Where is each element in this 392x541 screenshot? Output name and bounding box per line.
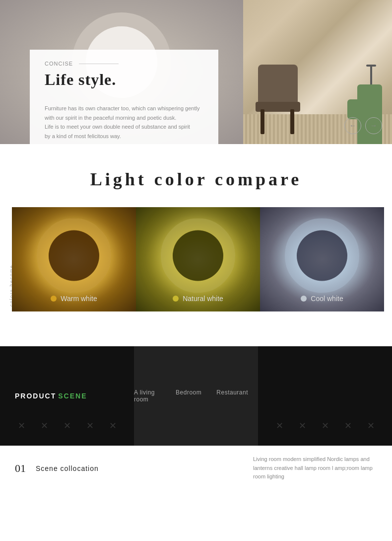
ps-left-panel: PRODUCT SCENE ✕ ✕ ✕ ✕ ✕: [0, 346, 134, 446]
compare-section: Light color compare colors become light …: [0, 144, 392, 331]
prev-arrow-icon: ←: [349, 122, 356, 130]
cactus-decoration: [357, 84, 382, 144]
x-mark-4: ✕: [86, 420, 94, 431]
natural-white-card: Natural white: [136, 207, 260, 311]
next-arrow[interactable]: →: [365, 117, 382, 134]
scene-description: Living room modern simplified Nordic lam…: [253, 455, 377, 481]
scene-nav-bedroom[interactable]: Bedroom: [176, 389, 201, 403]
x-mark-r4: ✕: [344, 420, 352, 431]
x-mark-1: ✕: [18, 420, 25, 431]
spacer: [0, 331, 392, 346]
natural-white-text: Natural white: [183, 295, 223, 303]
x-mark-5: ✕: [109, 420, 117, 431]
concise-text: CONCISE: [45, 61, 73, 67]
natural-dot: [173, 296, 179, 302]
x-mark-r3: ✕: [322, 420, 329, 431]
cool-dot: [301, 296, 307, 302]
ps-right-panel: ✕ ✕ ✕ ✕ ✕: [258, 346, 392, 446]
desc-line-3: Life is to meet your own double need of …: [45, 122, 203, 132]
x-mark-r2: ✕: [299, 420, 306, 431]
scene-collocation-label: Scene collocation: [36, 464, 99, 472]
ps-middle-panel: A living room Bedroom Restaurant: [134, 346, 258, 446]
desc-line-2: with our spirit in the peaceful morning …: [45, 113, 203, 123]
prev-arrow[interactable]: ←: [344, 117, 361, 134]
warm-lamp-ring: [37, 219, 111, 293]
x-mark-2: ✕: [41, 420, 48, 431]
desc-line-4: by a kind of most felicitous way.: [45, 132, 203, 141]
concise-divider: [79, 64, 119, 64]
x-mark-r5: ✕: [367, 420, 375, 431]
cool-lamp-ring: [285, 219, 359, 293]
life-style-title: Life style.: [45, 71, 203, 89]
natural-white-label: Natural white: [136, 295, 260, 303]
scene-nav-living-room[interactable]: A living room: [134, 389, 161, 403]
compare-title: Light color compare: [10, 169, 382, 190]
description-block: Furniture has its own character too, whi…: [45, 104, 203, 141]
scene-nav: A living room Bedroom Restaurant: [134, 389, 248, 403]
warm-white-text: Warm white: [61, 295, 97, 303]
cool-white-card: Cool white: [260, 207, 384, 311]
next-arrow-icon: →: [370, 122, 377, 130]
natural-lamp-ring: [161, 219, 235, 293]
scene-nav-restaurant[interactable]: Restaurant: [216, 389, 248, 403]
cool-white-label: Cool white: [260, 295, 384, 303]
warm-white-label: Warm white: [12, 295, 136, 303]
product-word: PRODUCT: [15, 392, 56, 400]
warm-white-card: Warm white: [12, 207, 136, 311]
x-pattern-left: ✕ ✕ ✕ ✕ ✕: [0, 406, 134, 446]
bottom-bar: 01 Scene collocation Living room modern …: [0, 446, 392, 490]
light-compare-images: Warm white Natural white: [12, 207, 384, 311]
scene-word: SCENE: [58, 392, 87, 400]
info-card: CONCISE Life style. Furniture has its ow…: [30, 50, 218, 147]
x-mark-3: ✕: [64, 420, 71, 431]
nav-arrows: ← →: [344, 117, 382, 134]
warm-dot: [51, 296, 57, 302]
scene-number: 01: [15, 462, 26, 475]
chair-decoration: [253, 65, 313, 134]
cool-white-text: Cool white: [311, 295, 343, 303]
x-mark-r1: ✕: [276, 420, 283, 431]
product-scene-section: PRODUCT SCENE ✕ ✕ ✕ ✕ ✕ A living room Be…: [0, 346, 392, 446]
desc-line-1: Furniture has its own character too, whi…: [45, 104, 203, 113]
x-pattern-right: ✕ ✕ ✕ ✕ ✕: [258, 406, 392, 446]
concise-label-row: CONCISE: [45, 61, 203, 67]
product-scene-label: PRODUCT SCENE: [15, 391, 87, 400]
top-section: CONCISE Life style. Furniture has its ow…: [0, 0, 392, 144]
